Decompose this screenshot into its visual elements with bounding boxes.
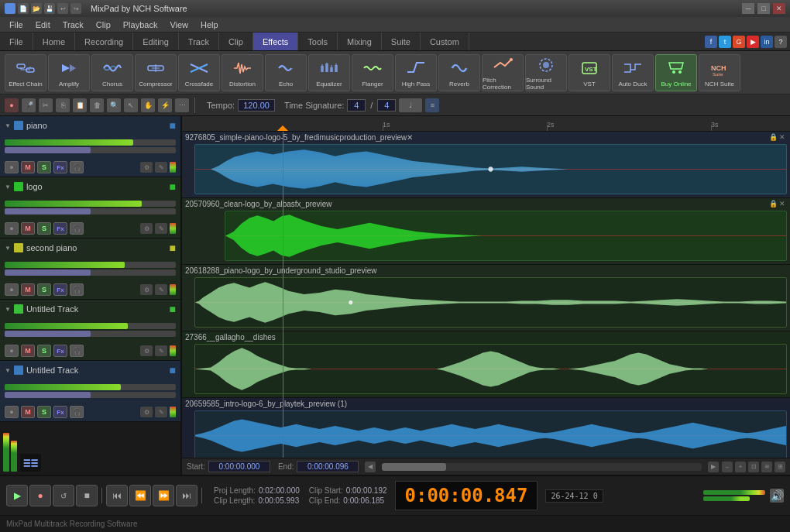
track-untitled1-mute-btn[interactable]: M bbox=[21, 345, 35, 357]
skip-forward-button[interactable]: ⏩ bbox=[153, 485, 174, 506]
minimize-button[interactable]: ─ bbox=[742, 3, 754, 14]
fast-forward-button[interactable]: ⏭ bbox=[176, 485, 198, 506]
tab-clip[interactable]: Clip bbox=[219, 33, 253, 50]
more-tools-icon[interactable]: ⋯ bbox=[175, 98, 189, 112]
close-button[interactable]: ✕ bbox=[773, 3, 785, 14]
track-second-piano-mute-btn[interactable]: M bbox=[21, 283, 35, 296]
compressor-btn[interactable]: Compressor bbox=[135, 54, 177, 91]
track-untitled1-headphone-btn[interactable]: 🎧 bbox=[70, 345, 84, 357]
track-untitled2-mute-btn[interactable]: M bbox=[21, 406, 35, 418]
track-logo-settings-icon[interactable]: ⚙ bbox=[140, 223, 153, 234]
track-piano-chevron[interactable]: ▼ bbox=[5, 122, 11, 129]
track-logo-chevron[interactable]: ▼ bbox=[5, 184, 11, 190]
menu-track[interactable]: Track bbox=[57, 19, 90, 31]
track-untitled1-volume[interactable] bbox=[5, 323, 176, 329]
waveform-clip-piano[interactable] bbox=[194, 144, 787, 194]
track-piano-fx-btn[interactable]: Fx bbox=[53, 161, 67, 173]
copy-icon[interactable]: ⎘ bbox=[56, 98, 70, 112]
menu-help[interactable]: Help bbox=[194, 19, 225, 31]
paste-icon[interactable]: 📋 bbox=[73, 98, 87, 112]
tempo-input[interactable] bbox=[238, 99, 275, 112]
track-piano-settings-icon[interactable]: ⚙ bbox=[140, 162, 153, 173]
redo-icon[interactable]: ↪ bbox=[70, 3, 81, 14]
tab-track[interactable]: Track bbox=[179, 33, 219, 50]
clip-lock[interactable]: 🔒 bbox=[769, 133, 778, 141]
auto-duck-btn[interactable]: Auto Duck bbox=[612, 54, 654, 91]
track-untitled2-solo-btn[interactable]: S bbox=[37, 406, 51, 418]
waveform-clip-untitled2[interactable] bbox=[194, 410, 787, 458]
track-untitled2-level-icon[interactable] bbox=[170, 407, 176, 417]
menu-view[interactable]: View bbox=[163, 19, 194, 31]
track-second-piano-headphone-btn[interactable]: 🎧 bbox=[70, 283, 84, 296]
save-icon[interactable]: 💾 bbox=[44, 3, 55, 14]
track-second-piano-level-icon[interactable] bbox=[170, 284, 176, 295]
time-sig-denominator[interactable] bbox=[377, 99, 396, 112]
pitch-correction-btn[interactable]: Pitch Correction bbox=[482, 54, 524, 91]
select-icon[interactable]: ↖ bbox=[124, 98, 138, 112]
track-second-piano-fx-btn[interactable]: Fx bbox=[53, 283, 67, 296]
highpass-btn[interactable]: High Pass bbox=[395, 54, 437, 91]
tab-home[interactable]: Home bbox=[33, 33, 75, 50]
waveform-clip-logo[interactable] bbox=[225, 211, 787, 261]
skip-back-button[interactable]: ⏪ bbox=[129, 485, 151, 506]
waveform-clip-second-piano[interactable] bbox=[194, 277, 787, 328]
tab-mixing[interactable]: Mixing bbox=[338, 33, 382, 50]
menu-file[interactable]: File bbox=[3, 19, 29, 31]
track-second-piano-record-btn[interactable]: ● bbox=[5, 283, 19, 296]
delete-icon[interactable]: 🗑 bbox=[90, 98, 104, 112]
linkedin-icon[interactable]: in bbox=[761, 36, 773, 48]
chorus-btn[interactable]: Chorus bbox=[91, 54, 133, 91]
zoom-options-btn[interactable]: ⊞ bbox=[775, 462, 785, 472]
tab-custom[interactable]: Custom bbox=[421, 33, 469, 50]
stop-button[interactable]: ■ bbox=[76, 485, 98, 506]
track-logo-headphone-btn[interactable]: 🎧 bbox=[70, 222, 84, 235]
flanger-btn[interactable]: Flanger bbox=[352, 54, 393, 91]
clip-lock-logo[interactable]: 🔒 bbox=[769, 200, 778, 208]
track-untitled2-settings-icon[interactable]: ⚙ bbox=[140, 407, 153, 417]
track-piano-edit-icon[interactable]: ✎ bbox=[155, 162, 167, 173]
track-second-piano-pan[interactable] bbox=[5, 269, 176, 276]
track-logo-fx-btn[interactable]: Fx bbox=[53, 222, 67, 235]
track-second-piano-chevron[interactable]: ▼ bbox=[5, 245, 11, 252]
tab-suite[interactable]: Suite bbox=[382, 33, 421, 50]
track-piano-level-icon[interactable] bbox=[170, 162, 176, 173]
track-piano-mute-btn[interactable]: M bbox=[21, 161, 35, 173]
track-logo-solo-btn[interactable]: S bbox=[37, 222, 51, 235]
vst-btn[interactable]: VST VST bbox=[568, 54, 610, 91]
track-logo-volume[interactable] bbox=[5, 201, 176, 207]
undo-icon[interactable]: ↩ bbox=[57, 3, 68, 14]
track-untitled2-fx-btn[interactable]: Fx bbox=[53, 406, 67, 418]
zoom-out-btn[interactable]: – bbox=[722, 462, 733, 472]
track-piano-pan[interactable] bbox=[5, 147, 176, 153]
echo-btn[interactable]: Echo bbox=[265, 54, 307, 91]
tab-recording[interactable]: Recording bbox=[75, 33, 133, 50]
track-untitled2-record-btn[interactable]: ● bbox=[5, 406, 19, 418]
track-untitled2-chevron[interactable]: ▼ bbox=[5, 367, 11, 374]
waveform-clip-untitled1[interactable] bbox=[194, 344, 787, 394]
track-logo-mute-btn[interactable]: M bbox=[21, 222, 35, 235]
google-icon[interactable]: G bbox=[733, 36, 745, 48]
track-untitled1-level-icon[interactable] bbox=[170, 345, 176, 356]
track-second-piano-volume[interactable] bbox=[5, 262, 176, 268]
record-button[interactable]: ● bbox=[29, 485, 51, 506]
track-untitled2-headphone-btn[interactable]: 🎧 bbox=[70, 406, 84, 418]
crossfade-btn[interactable]: Crossfade bbox=[178, 54, 220, 91]
youtube-icon[interactable]: ▶ bbox=[747, 36, 759, 48]
effect-chain-btn[interactable]: Effect Chain bbox=[5, 54, 46, 91]
menu-edit[interactable]: Edit bbox=[29, 19, 57, 31]
distortion-btn[interactable]: Distortion bbox=[222, 54, 263, 91]
zoom-fit-btn[interactable]: ⊡ bbox=[748, 462, 759, 472]
track-second-piano-edit-icon[interactable]: ✎ bbox=[155, 284, 167, 295]
playhead-marker[interactable] bbox=[276, 125, 287, 132]
volume-icon[interactable]: 🔊 bbox=[770, 489, 784, 503]
timeline-scrollbar[interactable] bbox=[382, 463, 702, 471]
clip-x-logo[interactable]: ✕ bbox=[779, 200, 785, 208]
metronome-icon[interactable]: ♩ bbox=[399, 98, 422, 112]
open-icon[interactable]: 📂 bbox=[31, 3, 42, 14]
end-time-input[interactable] bbox=[297, 461, 359, 472]
equalizer-btn[interactable]: Equalizer bbox=[308, 54, 350, 91]
track-untitled1-edit-icon[interactable]: ✎ bbox=[155, 345, 167, 356]
tab-file[interactable]: File bbox=[0, 33, 33, 50]
new-icon[interactable]: 📄 bbox=[18, 3, 29, 14]
track-untitled1-chevron[interactable]: ▼ bbox=[5, 306, 11, 313]
